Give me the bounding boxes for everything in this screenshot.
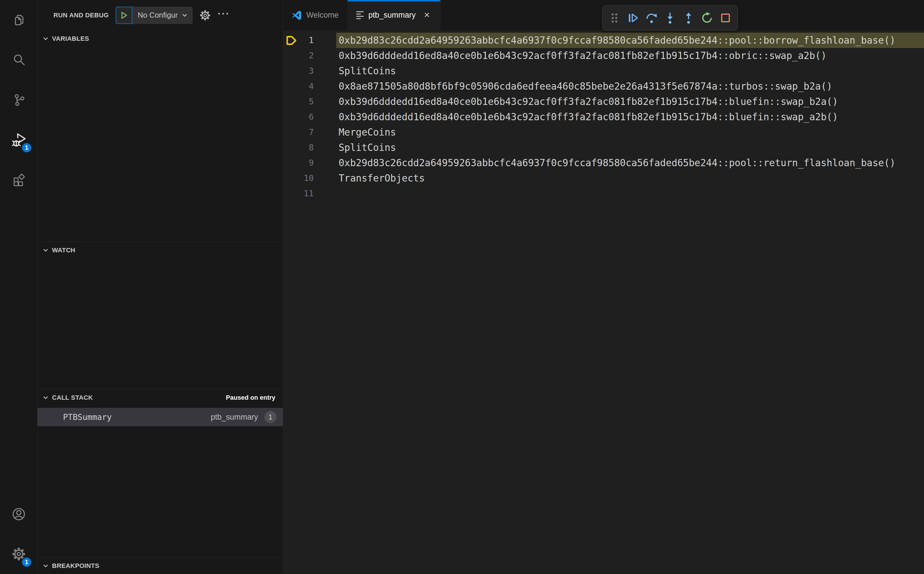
line-gutter[interactable]: 7 [283, 125, 321, 140]
line-number: 3 [283, 63, 321, 79]
stop-button[interactable] [716, 7, 735, 29]
line-gutter[interactable]: 11 [283, 186, 321, 201]
gutter-spacer [321, 33, 336, 48]
start-debugging-button[interactable] [116, 7, 132, 24]
code-line[interactable]: 60xb39d6dddedd16ed8a40ce0b1e6b43c92acf0f… [283, 109, 924, 125]
call-stack-pane-title: CALL STACK [52, 394, 93, 401]
code-line[interactable]: 40x8ae871505a80d8bf6bf9c05906cda6edfeea4… [283, 79, 924, 94]
line-gutter[interactable]: 5 [283, 94, 321, 109]
frame-file: ptb_summary [211, 413, 258, 422]
variables-pane-header[interactable]: VARIABLES [38, 30, 283, 47]
line-gutter[interactable]: 9 [283, 155, 321, 170]
line-number: 11 [283, 186, 321, 201]
search-icon [12, 53, 25, 66]
code-line-text [336, 186, 924, 201]
launch-control: No Configur [116, 7, 193, 24]
activity-bar-bottom: 1 [0, 494, 37, 574]
account-icon [12, 507, 26, 521]
chevron-down-icon [43, 36, 49, 42]
code-editor[interactable]: 10xb29d83c26cdd2a64959263abbcfc4a6937f0c… [283, 30, 924, 574]
debug-current-line-arrow-icon [285, 35, 298, 46]
gutter-spacer [321, 109, 336, 125]
chevron-down-icon [43, 563, 49, 569]
frame-name: PTBSummary [63, 412, 112, 422]
restart-icon [700, 11, 713, 24]
code-lines: 10xb29d83c26cdd2a64959263abbcfc4a6937f0c… [283, 33, 924, 201]
gutter-spacer [321, 186, 336, 201]
settings-button[interactable]: 1 [0, 534, 37, 574]
code-line-text: 0xb39d6dddedd16ed8a40ce0b1e6b43c92acf0ff… [336, 109, 924, 125]
code-line[interactable]: 20xb39d6dddedd16ed8a40ce0b1e6b43c92acf0f… [283, 48, 924, 63]
code-line[interactable]: 90xb29d83c26cdd2a64959263abbcfc4a6937f0c… [283, 155, 924, 170]
tab-welcome[interactable]: Welcome [283, 0, 348, 30]
sidebar-item-source-control[interactable] [0, 80, 37, 120]
line-gutter[interactable]: 8 [283, 140, 321, 155]
line-gutter[interactable]: 3 [283, 63, 321, 79]
toolbar-drag-handle[interactable] [605, 7, 624, 29]
configure-launch-button[interactable] [200, 10, 211, 21]
play-icon [120, 11, 128, 20]
activity-bar: 1 [0, 0, 38, 574]
code-line[interactable]: 10TransferObjects [283, 170, 924, 186]
sidebar-item-explorer[interactable] [0, 0, 37, 40]
call-stack-frame[interactable]: PTBSummary ptb_summary 1 [38, 408, 283, 426]
code-line-text: 0xb39d6dddedd16ed8a40ce0b1e6b43c92acf0ff… [336, 94, 924, 109]
more-actions-button[interactable]: ··· [217, 9, 230, 22]
step-out-button[interactable] [679, 7, 698, 29]
debug-configuration-dropdown[interactable]: No Configur [132, 7, 193, 24]
code-line-text: SplitCoins [336, 63, 924, 79]
watch-pane-title: WATCH [52, 246, 76, 254]
step-into-button[interactable] [661, 7, 679, 29]
vscode-logo-icon [292, 10, 302, 20]
line-number: 6 [283, 109, 321, 125]
close-icon[interactable]: ✕ [422, 9, 432, 21]
code-line-text: 0x8ae871505a80d8bf6bf9c05906cda6edfeea46… [336, 79, 924, 94]
line-gutter[interactable]: 6 [283, 109, 321, 125]
code-line[interactable]: 11 [283, 186, 924, 201]
chevron-down-icon [182, 13, 187, 18]
code-line[interactable]: 8SplitCoins [283, 140, 924, 155]
call-stack-pane: CALL STACK Paused on entry PTBSummary pt… [38, 389, 283, 557]
debug-pause-status: Paused on entry [226, 394, 275, 401]
gutter-spacer [321, 125, 336, 140]
line-gutter[interactable]: 4 [283, 79, 321, 94]
debug-configuration-label: No Configur [137, 11, 178, 20]
watch-pane-header[interactable]: WATCH [38, 242, 283, 259]
settings-badge: 1 [21, 557, 32, 568]
code-line-text: 0xb29d83c26cdd2a64959263abbcfc4a6937f0c9… [336, 155, 924, 170]
code-line[interactable]: 3SplitCoins [283, 63, 924, 79]
continue-button[interactable] [624, 7, 642, 29]
stop-icon [719, 11, 732, 24]
variables-pane: VARIABLES [38, 30, 283, 241]
variables-pane-body [38, 47, 283, 241]
step-over-icon [645, 11, 658, 24]
code-line[interactable]: 7MergeCoins [283, 125, 924, 140]
accounts-button[interactable] [0, 494, 37, 534]
step-over-button[interactable] [642, 7, 661, 29]
line-gutter[interactable]: 1 [283, 33, 321, 48]
code-line[interactable]: 10xb29d83c26cdd2a64959263abbcfc4a6937f0c… [283, 33, 924, 48]
code-line[interactable]: 50xb39d6dddedd16ed8a40ce0b1e6b43c92acf0f… [283, 94, 924, 109]
list-icon [356, 10, 364, 20]
restart-button[interactable] [698, 7, 716, 29]
tab-ptb-summary[interactable]: ptb_summary ✕ [348, 0, 441, 30]
activity-bar-top: 1 [0, 0, 37, 199]
gripper-icon [608, 11, 621, 24]
gutter-spacer [321, 170, 336, 186]
gutter-spacer [321, 63, 336, 79]
sidebar-item-run-and-debug[interactable]: 1 [0, 120, 37, 159]
breakpoints-pane-title: BREAKPOINTS [52, 562, 99, 570]
code-line-text: 0xb29d83c26cdd2a64959263abbcfc4a6937f0c9… [336, 33, 924, 48]
sidebar-item-extensions[interactable] [0, 159, 37, 199]
breakpoints-pane-header[interactable]: BREAKPOINTS [38, 558, 283, 574]
gutter-spacer [321, 140, 336, 155]
line-gutter[interactable]: 2 [283, 48, 321, 63]
watch-pane-body [38, 259, 283, 389]
sidebar-item-search[interactable] [0, 40, 37, 80]
call-stack-pane-body: PTBSummary ptb_summary 1 [38, 406, 283, 557]
gutter-spacer [321, 48, 336, 63]
sidebar-title: RUN AND DEBUG [54, 11, 109, 19]
continue-icon [627, 11, 639, 24]
line-gutter[interactable]: 10 [283, 170, 321, 186]
call-stack-pane-header[interactable]: CALL STACK Paused on entry [38, 390, 283, 406]
